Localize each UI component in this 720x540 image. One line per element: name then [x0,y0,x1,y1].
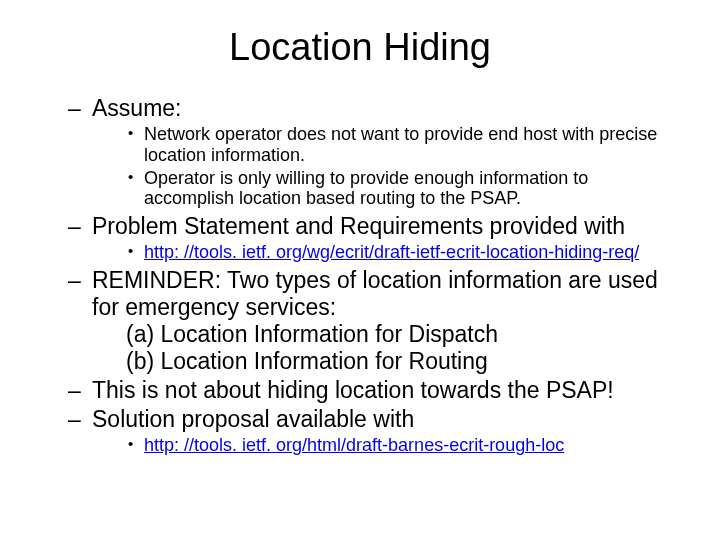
bullet-list-level1: Assume: Network operator does not want t… [50,95,670,456]
slide: Location Hiding Assume: Network operator… [0,0,720,540]
l1-item-solution: Solution proposal available with http: /… [68,406,670,456]
hyperlink[interactable]: http: //tools. ietf. org/html/draft-barn… [144,435,564,455]
l1-item-problem-statement: Problem Statement and Requirements provi… [68,213,670,263]
l1-text: Assume: [92,95,181,121]
bullet-list-level2: http: //tools. ietf. org/html/draft-barn… [92,435,670,456]
slide-title: Location Hiding [50,26,670,69]
bullet-list-level2: http: //tools. ietf. org/wg/ecrit/draft-… [92,242,670,263]
l1-item-reminder: REMINDER: Two types of location informat… [68,267,670,376]
l1-text: Solution proposal available with [92,406,414,432]
bullet-list-level2: Network operator does not want to provid… [92,124,670,209]
l2-item: Operator is only willing to provide enou… [128,168,670,209]
sub-line-a: (a) Location Information for Dispatch [92,321,670,348]
l1-item-assume: Assume: Network operator does not want t… [68,95,670,209]
l1-text: REMINDER: Two types of location informat… [92,267,658,320]
l1-item-not-about: This is not about hiding location toward… [68,377,670,404]
l2-item-link: http: //tools. ietf. org/html/draft-barn… [128,435,670,456]
l2-item-link: http: //tools. ietf. org/wg/ecrit/draft-… [128,242,670,263]
l2-item: Network operator does not want to provid… [128,124,670,165]
l1-text: Problem Statement and Requirements provi… [92,213,625,239]
sub-line-b: (b) Location Information for Routing [92,348,670,375]
l1-text: This is not about hiding location toward… [92,377,614,403]
hyperlink[interactable]: http: //tools. ietf. org/wg/ecrit/draft-… [144,242,639,262]
